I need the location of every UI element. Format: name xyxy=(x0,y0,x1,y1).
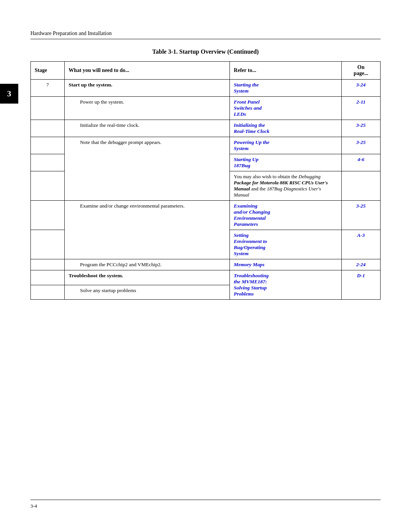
page-cell: D-1 xyxy=(341,270,380,300)
page-number: 3-4 xyxy=(30,503,381,509)
footer-rule xyxy=(30,500,381,500)
refer-cell: SettingEnvironment toBug/OperatingSystem xyxy=(230,230,342,259)
refer-cell: Examiningand/or ChangingEnvironmentalPar… xyxy=(230,201,342,230)
stage-cell xyxy=(31,137,65,154)
col-header-stage: Stage xyxy=(31,62,65,80)
refer-link[interactable]: Examiningand/or ChangingEnvironmentalPar… xyxy=(234,203,270,227)
refer-link[interactable]: Front PanelSwitches andLEDs xyxy=(234,99,261,117)
stage-cell xyxy=(31,120,65,137)
what-cell: Program the PCCchip2 and VMEchip2. xyxy=(65,259,230,270)
what-text: Troubleshoot the system. xyxy=(68,273,123,278)
page-cell: 3-25 xyxy=(341,120,380,137)
refer-cell: Powering Up theSystem xyxy=(230,137,342,154)
what-cell: Examine and/or change environmental para… xyxy=(65,201,230,259)
what-text: Start up the system. xyxy=(68,82,112,88)
what-cell: Troubleshoot the system. xyxy=(65,270,230,285)
refer-cell: Starting theSystem xyxy=(230,80,342,97)
what-cell: Initialize the real-time clock. xyxy=(65,120,230,137)
refer-link[interactable]: Starting Up187Bug xyxy=(234,157,258,168)
stage-cell xyxy=(31,201,65,230)
page-footer: 3-4 xyxy=(30,500,381,509)
refer-cell: Initializing theReal-Time Clock xyxy=(230,120,342,137)
table-row: Note that the debugger prompt appears. P… xyxy=(31,137,381,154)
page-cell: 2-11 xyxy=(341,97,380,120)
page-link[interactable]: A-3 xyxy=(357,232,365,238)
page-container: 3 Hardware Preparation and Installation … xyxy=(0,0,411,532)
refer-cell: Troubleshootingthe MVME187:Solving Start… xyxy=(230,270,342,300)
page-header: Hardware Preparation and Installation xyxy=(30,30,381,39)
table-row: Program the PCCchip2 and VMEchip2. Memor… xyxy=(31,259,381,270)
page-link[interactable]: 3-25 xyxy=(356,203,366,209)
refer-link[interactable]: SettingEnvironment toBug/OperatingSystem xyxy=(234,232,267,256)
refer-link[interactable]: Troubleshootingthe MVME187:Solving Start… xyxy=(234,273,269,297)
header-rule xyxy=(30,39,381,39)
stage-cell xyxy=(31,259,65,270)
stage-cell xyxy=(31,230,65,259)
page-cell: A-3 xyxy=(341,230,380,259)
table-row: 7 Start up the system. Starting theSyste… xyxy=(31,80,381,97)
stage-cell xyxy=(31,285,65,300)
chapter-number: 3 xyxy=(7,89,11,99)
page-link[interactable]: 3-24 xyxy=(356,82,366,88)
startup-overview-table: Stage What you will need to do... Refer … xyxy=(30,61,381,300)
refer-link[interactable]: Initializing theReal-Time Clock xyxy=(234,122,269,134)
page-cell: 3-25 xyxy=(341,137,380,154)
page-link[interactable]: 2-24 xyxy=(356,262,366,267)
page-link[interactable]: 3-25 xyxy=(356,122,366,128)
chapter-tab: 3 xyxy=(0,84,18,104)
page-cell: 3-25 xyxy=(341,201,380,230)
what-cell: Note that the debugger prompt appears. xyxy=(65,137,230,201)
page-cell xyxy=(341,171,380,201)
page-link[interactable]: 4-6 xyxy=(357,157,364,162)
table-row: Troubleshoot the system. Troubleshooting… xyxy=(31,270,381,285)
refer-cell: Front PanelSwitches andLEDs xyxy=(230,97,342,120)
stage-cell xyxy=(31,270,65,285)
stage-cell xyxy=(31,154,65,171)
refer-cell: You may also wish to obtain the Debuggin… xyxy=(230,171,342,201)
page-cell: 3-24 xyxy=(341,80,380,97)
page-link[interactable]: 3-25 xyxy=(356,139,366,145)
table-row: Initialize the real-time clock. Initiali… xyxy=(31,120,381,137)
table-header-row: Stage What you will need to do... Refer … xyxy=(31,62,381,80)
stage-cell xyxy=(31,97,65,120)
refer-cell: Starting Up187Bug xyxy=(230,154,342,171)
col-header-what: What you will need to do... xyxy=(65,62,230,80)
what-cell: Start up the system. xyxy=(65,80,230,97)
what-cell: Solve any startup problems xyxy=(65,285,230,300)
stage-cell xyxy=(31,171,65,201)
refer-link[interactable]: Starting theSystem xyxy=(234,82,259,94)
col-header-page: Onpage... xyxy=(341,62,380,80)
table-title: Table 3-1. Startup Overview (Continued) xyxy=(30,48,381,55)
table-row: Power up the system. Front PanelSwitches… xyxy=(31,97,381,120)
stage-cell: 7 xyxy=(31,80,65,97)
page-cell: 2-24 xyxy=(341,259,380,270)
refer-link[interactable]: Powering Up theSystem xyxy=(234,139,269,151)
page-link[interactable]: D-1 xyxy=(357,273,365,278)
refer-link[interactable]: Memory Maps xyxy=(234,262,264,267)
breadcrumb: Hardware Preparation and Installation xyxy=(30,30,381,37)
what-cell: Power up the system. xyxy=(65,97,230,120)
refer-cell: Memory Maps xyxy=(230,259,342,270)
table-row: Examine and/or change environmental para… xyxy=(31,201,381,230)
page-cell: 4-6 xyxy=(341,154,380,171)
page-link[interactable]: 2-11 xyxy=(356,99,365,105)
col-header-refer: Refer to... xyxy=(230,62,342,80)
